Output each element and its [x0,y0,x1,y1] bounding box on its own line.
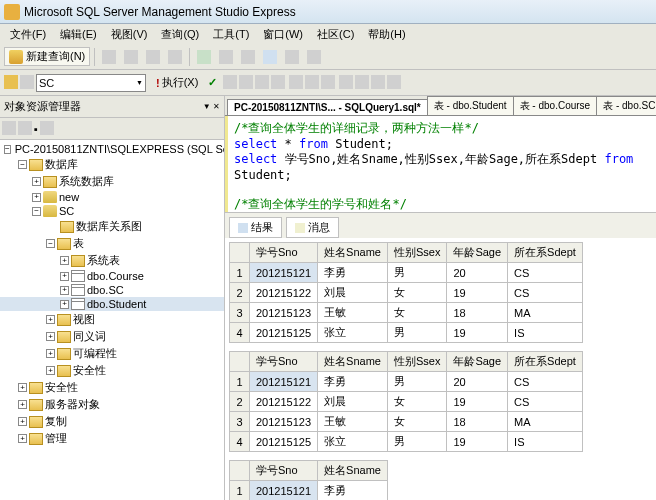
toolbar-btn-4[interactable] [165,47,185,67]
toolbar-btn-3[interactable] [143,47,163,67]
toolbar-btn-5[interactable] [194,47,214,67]
table-row[interactable]: 4201215125张立男19IS [230,323,583,343]
table-icon [71,270,85,282]
table-row[interactable]: 1201215121李勇男20CS [230,372,583,392]
exp-tb-2[interactable] [18,121,32,137]
folder-icon [57,365,71,377]
database-combo[interactable]: SC ▼ [36,74,146,92]
table-row[interactable]: 2201215122刘晨女19CS [230,283,583,303]
folder-icon [29,382,43,394]
table-row[interactable]: 3201215123王敏女18MA [230,303,583,323]
tb2-btn-13[interactable] [387,75,401,91]
toolbar-btn-7[interactable] [238,47,258,67]
tb2-btn-8[interactable] [305,75,319,91]
execute-icon: ! [156,77,160,89]
tb2-btn-11[interactable] [355,75,369,91]
table-header-row: 学号Sno姓名Sname性别Ssex年龄Sage所在系Sdept [230,352,583,372]
explorer-toolbar: ▪ [0,118,224,140]
menu-edit[interactable]: 编辑(E) [54,25,103,44]
tree-security[interactable]: +安全性 [0,379,224,396]
tab-student[interactable]: 表 - dbo.Student [427,96,514,115]
tree-new[interactable]: +new [0,190,224,204]
table-icon [71,298,85,310]
folder-icon [57,238,71,250]
result-grid-1: 学号Sno姓名Sname性别Ssex年龄Sage所在系Sdept 1201215… [225,238,656,347]
tb2-btn-7[interactable] [289,75,303,91]
table-row[interactable]: 1201215121李勇 [230,481,388,501]
sql-editor[interactable]: /*查询全体学生的详细记录，两种方法一样*/ select * from Stu… [225,116,656,212]
tb2-btn-10[interactable] [339,75,353,91]
content-area: PC-20150811ZNTI\S... - SQLQuery1.sql* 表 … [225,96,656,500]
tab-sc[interactable]: 表 - dbo.SC [596,96,656,115]
menu-view[interactable]: 视图(V) [105,25,154,44]
toolbar-btn-10[interactable] [304,47,324,67]
table-row[interactable]: 1201215121李勇男20CS [230,263,583,283]
tb2-btn-12[interactable] [371,75,385,91]
toolbar-btn-6[interactable] [216,47,236,67]
tree-sc[interactable]: −SC [0,204,224,218]
folder-icon [43,176,57,188]
menu-help[interactable]: 帮助(H) [362,25,411,44]
tree-management[interactable]: +管理 [0,430,224,447]
document-tabs: PC-20150811ZNTI\S... - SQLQuery1.sql* 表 … [225,96,656,116]
tb2-btn-1[interactable] [4,75,18,91]
object-tree[interactable]: −PC-20150811ZNTI\SQLEXPRESS (SQL Ser −数据… [0,140,224,500]
tab-course[interactable]: 表 - dbo.Course [513,96,598,115]
toolbar-main: 新建查询(N) [0,44,656,70]
result-tabs: 结果 消息 [225,213,656,238]
tb2-btn-3[interactable] [223,75,237,91]
menu-tools[interactable]: 工具(T) [207,25,255,44]
panel-dropdown-icon[interactable]: ▼ ✕ [203,102,220,111]
exp-tb-1[interactable] [2,121,16,137]
newquery-icon [9,50,23,64]
table-row[interactable]: 4201215125张立男19IS [230,432,583,452]
tree-views[interactable]: +视图 [0,311,224,328]
menu-community[interactable]: 社区(C) [311,25,360,44]
tb2-btn-4[interactable] [239,75,253,91]
tree-tables[interactable]: −表 [0,235,224,252]
app-icon [4,4,20,20]
tree-dbo-course[interactable]: +dbo.Course [0,269,224,283]
tree-server[interactable]: −PC-20150811ZNTI\SQLEXPRESS (SQL Ser [0,142,224,156]
folder-icon [57,331,71,343]
tb2-btn-2[interactable] [20,75,34,91]
table-row[interactable]: 3201215123王敏女18MA [230,412,583,432]
new-query-button[interactable]: 新建查询(N) [4,47,90,66]
toolbar-btn-1[interactable] [99,47,119,67]
object-explorer-title: 对象资源管理器 ▼ ✕ [0,96,224,118]
results-area: 结果 消息 学号Sno姓名Sname性别Ssex年龄Sage所在系Sdept 1… [225,212,656,500]
result-grid-3: 学号Sno姓名Sname 1201215121李勇 2201215122刘晨 3… [225,456,656,500]
tab-messages[interactable]: 消息 [286,217,339,238]
tree-dbdiagram[interactable]: 数据库关系图 [0,218,224,235]
tree-sysdb[interactable]: +系统数据库 [0,173,224,190]
menu-query[interactable]: 查询(Q) [155,25,205,44]
chevron-down-icon: ▼ [136,79,143,86]
tree-systables[interactable]: +系统表 [0,252,224,269]
toolbar-btn-8[interactable] [260,47,280,67]
tree-security-db[interactable]: +安全性 [0,362,224,379]
tree-dbo-sc[interactable]: +dbo.SC [0,283,224,297]
exp-tb-3[interactable] [40,121,54,137]
tree-server-objects[interactable]: +服务器对象 [0,396,224,413]
tree-synonyms[interactable]: +同义词 [0,328,224,345]
tree-programmability[interactable]: +可编程性 [0,345,224,362]
check-icon[interactable]: ✓ [204,76,221,89]
result-grid-2: 学号Sno姓名Sname性别Ssex年龄Sage所在系Sdept 1201215… [225,347,656,456]
menu-window[interactable]: 窗口(W) [257,25,309,44]
tb2-btn-9[interactable] [321,75,335,91]
tab-sqlquery[interactable]: PC-20150811ZNTI\S... - SQLQuery1.sql* [227,99,428,115]
tb2-btn-5[interactable] [255,75,269,91]
toolbar-query: SC ▼ ! 执行(X) ✓ [0,70,656,96]
app-title: Microsoft SQL Server Management Studio E… [24,5,296,19]
tree-replication[interactable]: +复制 [0,413,224,430]
tab-results[interactable]: 结果 [229,217,282,238]
table-row[interactable]: 2201215122刘晨女19CS [230,392,583,412]
tb2-btn-6[interactable] [271,75,285,91]
execute-button[interactable]: ! 执行(X) [152,74,202,91]
toolbar-btn-9[interactable] [282,47,302,67]
menu-file[interactable]: 文件(F) [4,25,52,44]
toolbar-btn-2[interactable] [121,47,141,67]
object-explorer-panel: 对象资源管理器 ▼ ✕ ▪ −PC-20150811ZNTI\SQLEXPRES… [0,96,225,500]
tree-databases[interactable]: −数据库 [0,156,224,173]
tree-dbo-student[interactable]: +dbo.Student [0,297,224,311]
